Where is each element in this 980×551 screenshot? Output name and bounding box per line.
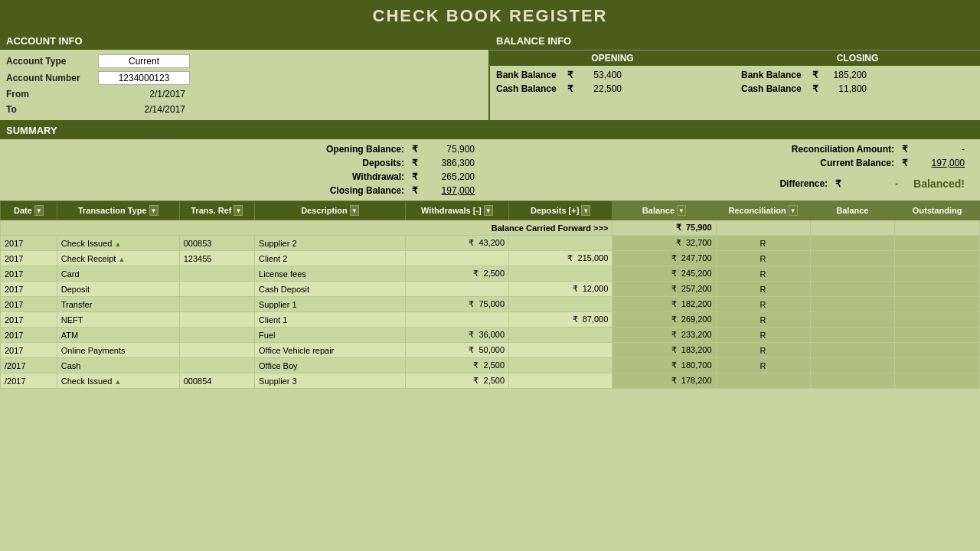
table-row: 2017 Deposit Cash Deposit ₹ 12,000 ₹ 257… <box>1 282 980 297</box>
balance-carried-label: Balance Carried Forward >>> <box>1 220 612 236</box>
balance-carried-amount: ₹ 75,900 <box>612 220 716 236</box>
col-description: Description ▼ <box>255 201 406 220</box>
closing-cash-balance-value: 11,800 <box>821 83 867 94</box>
table-row: 2017 Online Payments Office Vehicle repa… <box>1 343 980 358</box>
col-withdrawals: Withdrawals [-] ▼ <box>405 201 508 220</box>
transaction-type-dropdown[interactable]: ▼ <box>149 205 158 216</box>
closing-bank-balance-value: 185,200 <box>821 70 867 80</box>
date-dropdown[interactable]: ▼ <box>34 205 44 216</box>
opening-cash-balance-value: 22,500 <box>576 83 622 94</box>
table-row: 2017 ATM Fuel ₹ 36,000 ₹ 233,200 R <box>1 328 980 343</box>
table-row: 2017 Check Issued ▲ 000853 Supplier 2 ₹ … <box>1 236 980 251</box>
account-type-value: Current <box>98 54 190 68</box>
account-number-label: Account Number <box>6 73 98 83</box>
balance-dropdown[interactable]: ▼ <box>677 205 686 216</box>
balance-carried-row: Balance Carried Forward >>> ₹ 75,900 <box>1 220 980 236</box>
withdrawal-label: Withdrawal: <box>297 171 404 182</box>
difference-label: Difference: <box>720 178 828 189</box>
balance-info-panel: BALANCE INFO OPENING CLOSING Bank Balanc… <box>490 32 980 120</box>
table-row: 2017 Check Receipt ▲ 123455 Client 2 ₹ 2… <box>1 251 980 266</box>
col-transaction-type: Transaction Type ▼ <box>57 201 179 220</box>
closing-cash-balance-label: Cash Balance <box>741 83 810 94</box>
withdrawal-amount: 265,200 <box>421 171 475 182</box>
summary-header: SUMMARY <box>0 122 980 139</box>
from-value: 2/1/2017 <box>98 88 190 100</box>
col-balance2: Balance <box>810 201 895 220</box>
current-balance-value: 197,000 <box>911 158 965 168</box>
opening-bank-balance-label: Bank Balance <box>496 70 565 80</box>
col-trans-ref: Trans. Ref ▼ <box>179 201 254 220</box>
trans-ref-dropdown[interactable]: ▼ <box>234 205 243 216</box>
account-info-panel: ACCOUNT INFO Account Type Current Accoun… <box>0 32 490 120</box>
closing-values: Bank Balance ₹ 185,200 Cash Balance ₹ 11… <box>735 66 980 98</box>
closing-balance-label: Closing Balance: <box>297 185 404 196</box>
from-label: From <box>6 89 98 99</box>
opening-balance-label: Opening Balance: <box>297 144 404 155</box>
description-dropdown[interactable]: ▼ <box>350 205 359 216</box>
closing-bank-balance-label: Bank Balance <box>741 70 810 80</box>
deposits-label: Deposits: <box>297 158 404 168</box>
register-table: Date ▼ Transaction Type ▼ Trans. Ref ▼ <box>0 201 980 389</box>
difference-value: - <box>844 178 898 189</box>
account-number-value: 1234000123 <box>98 71 190 85</box>
to-label: To <box>6 104 98 115</box>
opening-values: Bank Balance ₹ 53,400 Cash Balance ₹ 22,… <box>490 66 735 98</box>
deposits-amount: 386,300 <box>421 158 475 168</box>
account-info-header: ACCOUNT INFO <box>0 32 488 50</box>
summary-left: Opening Balance: ₹ 75,900 Deposits: ₹ 38… <box>0 142 490 197</box>
table-row: /2017 Check Issued ▲ 000854 Supplier 3 ₹… <box>1 373 980 389</box>
balance-info-header: BALANCE INFO <box>490 32 980 50</box>
closing-balance-amount: 197,000 <box>421 185 475 196</box>
reconciliation-dropdown[interactable]: ▼ <box>789 205 798 216</box>
col-reconciliation: Reconciliation ▼ <box>716 201 810 220</box>
to-value: 2/14/2017 <box>98 103 190 116</box>
reconciliation-amount-label: Reconciliation Amount: <box>787 144 894 155</box>
summary-right: Reconciliation Amount: ₹ - Current Balan… <box>490 142 980 197</box>
current-balance-label: Current Balance: <box>787 158 894 168</box>
opening-balance-amount: 75,900 <box>421 144 475 155</box>
opening-cash-balance-label: Cash Balance <box>496 83 565 94</box>
table-row: 2017 Card License fees ₹ 2,500 ₹ 245,200… <box>1 266 980 282</box>
main-title: CHECK BOOK REGISTER <box>0 0 980 32</box>
table-row: /2017 Cash Office Boy ₹ 2,500 ₹ 180,700 … <box>1 358 980 373</box>
closing-header: CLOSING <box>735 51 980 66</box>
col-date: Date ▼ <box>1 201 57 220</box>
table-row: 2017 NEFT Client 1 ₹ 87,000 ₹ 269,200 R <box>1 312 980 328</box>
register-table-wrapper[interactable]: Date ▼ Transaction Type ▼ Trans. Ref ▼ <box>0 201 980 389</box>
withdrawals-dropdown[interactable]: ▼ <box>484 205 493 216</box>
summary-section: SUMMARY Opening Balance: ₹ 75,900 Deposi… <box>0 120 980 201</box>
account-type-label: Account Type <box>6 56 98 67</box>
opening-header: OPENING <box>490 51 735 66</box>
deposits-dropdown[interactable]: ▼ <box>581 205 590 216</box>
table-row: 2017 Transfer Supplier 1 ₹ 75,000 ₹ 182,… <box>1 297 980 312</box>
opening-bank-balance-value: 53,400 <box>576 70 622 80</box>
balanced-text: Balanced! <box>913 178 965 190</box>
col-balance: Balance ▼ <box>612 201 716 220</box>
reconciliation-amount-value: - <box>911 144 965 155</box>
col-outstanding: Outstanding <box>895 201 980 220</box>
col-deposits: Deposits [+] ▼ <box>509 201 612 220</box>
